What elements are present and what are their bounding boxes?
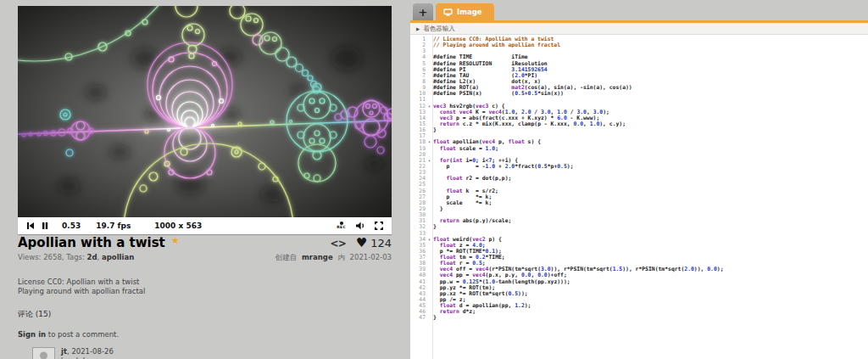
author-link[interactable]: mrange xyxy=(302,253,333,261)
pause-icon xyxy=(42,222,48,230)
code-lines: 1// License CC0: Apollian with a twist2/… xyxy=(410,35,868,322)
time-display: 0.53 xyxy=(62,222,81,230)
record-label: REC xyxy=(337,226,346,230)
volume-button[interactable] xyxy=(355,222,365,230)
signin-rest: to post a comment. xyxy=(46,330,119,339)
license-line: License CC0: Apollian with a twist xyxy=(18,278,392,287)
fractal-art xyxy=(18,6,392,217)
star-icon: ★ xyxy=(171,235,180,246)
code-line: 24 float r2 = dot(p,p); xyxy=(410,176,868,182)
comment-item: jt, 2021-08-26 lovely! xyxy=(32,347,392,359)
editor-panel: + Image ▶ 着色器输入 1// License CC0: Apollia… xyxy=(410,0,868,359)
description-line: Playing around with apollian fractal xyxy=(18,287,392,296)
comment-author-link[interactable]: jt xyxy=(61,347,67,356)
tab-bar: + Image xyxy=(413,3,494,20)
views-and-tags: Views: 2658, Tags: 2d, apollian xyxy=(18,253,134,263)
comment-date: 2021-08-26 xyxy=(71,347,113,356)
shader-canvas[interactable] xyxy=(18,6,392,217)
publish-date: 2021-02-03 xyxy=(350,253,392,261)
code-line: 16} xyxy=(410,127,868,133)
shader-description: License CC0: Apollian with a twist Playi… xyxy=(18,278,392,296)
code-editor[interactable]: 1// License CC0: Apollian with a twist2/… xyxy=(410,35,868,359)
tab-image[interactable]: Image xyxy=(436,3,494,20)
expand-arrow-icon: ▶ xyxy=(416,26,420,31)
code-line: 43 pp.xz *= ROT(tm*sqrt(0.5)); xyxy=(410,291,868,297)
rewind-button[interactable] xyxy=(26,222,35,230)
person-icon xyxy=(33,348,54,359)
byline-mid: 内 xyxy=(337,253,345,261)
resolution-display: 1000 x 563 xyxy=(154,222,202,230)
views-label: Views: 2658, Tags: xyxy=(18,253,87,261)
record-button[interactable]: REC xyxy=(337,222,346,230)
comments-header: 评论 (15) xyxy=(18,309,392,320)
like-button[interactable]: ♥ 124 xyxy=(356,237,392,250)
code-line: 2// Playing around with apollian fractal xyxy=(410,42,868,48)
shader-info: Apollian with a twist ★ <> ♥ 124 Views: … xyxy=(18,236,392,359)
fullscreen-button[interactable] xyxy=(375,222,383,230)
code-line: 15 return c.z * mix(K.xxx, clamp(p - K.x… xyxy=(410,121,868,127)
heart-icon: ♥ xyxy=(356,238,367,249)
fps-display: 19.7 fps xyxy=(96,222,131,230)
pause-button[interactable] xyxy=(42,222,48,230)
gutter-separator xyxy=(432,35,433,359)
monitor-icon xyxy=(443,8,453,16)
tag-2d[interactable]: 2d xyxy=(87,253,97,261)
shader-inputs-toggle[interactable]: ▶ 着色器输入 xyxy=(410,23,868,35)
volume-icon xyxy=(355,222,365,230)
code-line: 29 } xyxy=(410,206,868,212)
shader-inputs-label: 着色器输入 xyxy=(423,25,455,33)
code-line: 31 return abs(p.y)/scale; xyxy=(410,218,868,224)
code-line: 47} xyxy=(410,315,868,321)
new-tab-button[interactable]: + xyxy=(413,3,433,20)
page-title: Apollian with a twist xyxy=(18,236,165,250)
code-line: 32} xyxy=(410,224,868,230)
tag-apollian[interactable]: apollian xyxy=(102,253,134,261)
signin-link[interactable]: Sign in xyxy=(18,330,46,339)
fullscreen-icon xyxy=(375,222,383,230)
code-line: 28 scale *= k; xyxy=(410,200,868,206)
code-line: 45 float d = apollian(pp, 1.2); xyxy=(410,303,868,309)
avatar xyxy=(32,347,55,359)
byline: 创建自 mrange 内 2021-02-03 xyxy=(273,253,392,263)
playback-bar: 0.53 19.7 fps 1000 x 563 REC xyxy=(18,217,392,234)
show-code-button[interactable]: <> xyxy=(331,238,346,250)
code-line: 46 return d*z; xyxy=(410,309,868,315)
byline-prefix: 创建自 xyxy=(275,253,298,261)
tab-image-label: Image xyxy=(457,8,482,16)
code-line: 19 float scale = 1.0; xyxy=(410,146,868,152)
code-line: 22 p = -1.0 + 2.0*fract(0.5*p+0.5); xyxy=(410,164,868,170)
signin-row: Sign in to post a comment. xyxy=(18,330,392,339)
code-line: 10#define PSIN(x) (0.5+0.5*sin(x)) xyxy=(410,91,868,97)
like-count: 124 xyxy=(370,237,392,250)
skip-to-start-icon xyxy=(26,222,35,230)
